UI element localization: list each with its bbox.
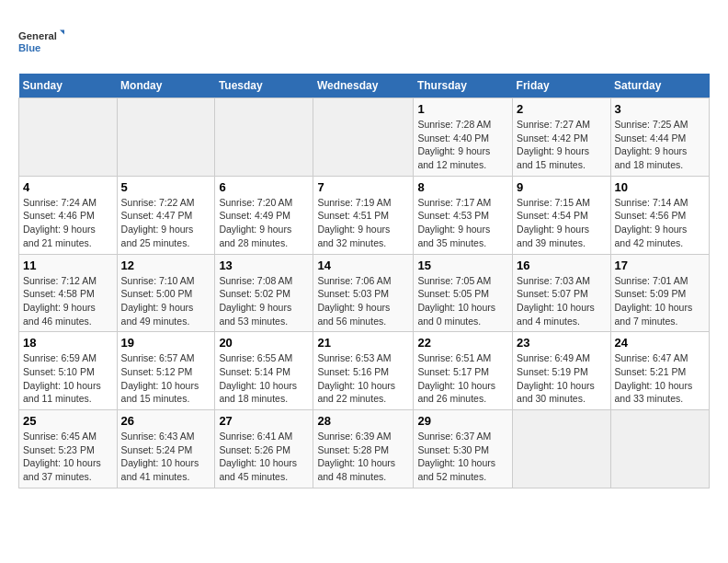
day-info: Sunrise: 7:20 AM Sunset: 4:49 PM Dayligh… xyxy=(219,196,309,250)
day-number: 3 xyxy=(615,102,705,116)
calendar-cell: 4Sunrise: 7:24 AM Sunset: 4:46 PM Daylig… xyxy=(19,176,118,254)
calendar-cell: 9Sunrise: 7:15 AM Sunset: 4:54 PM Daylig… xyxy=(513,176,610,254)
day-info: Sunrise: 6:39 AM Sunset: 5:28 PM Dayligh… xyxy=(317,430,409,484)
calendar-cell: 2Sunrise: 7:27 AM Sunset: 4:42 PM Daylig… xyxy=(513,98,610,177)
day-info: Sunrise: 7:25 AM Sunset: 4:44 PM Dayligh… xyxy=(615,118,705,172)
calendar-cell: 21Sunrise: 6:53 AM Sunset: 5:16 PM Dayli… xyxy=(313,332,414,410)
calendar-cell: 27Sunrise: 6:41 AM Sunset: 5:26 PM Dayli… xyxy=(215,410,313,488)
calendar-header-tuesday: Tuesday xyxy=(215,74,313,98)
day-info: Sunrise: 6:37 AM Sunset: 5:30 PM Dayligh… xyxy=(417,430,508,484)
day-info: Sunrise: 7:15 AM Sunset: 4:54 PM Dayligh… xyxy=(517,196,606,250)
day-info: Sunrise: 7:14 AM Sunset: 4:56 PM Dayligh… xyxy=(615,196,705,250)
day-info: Sunrise: 7:17 AM Sunset: 4:53 PM Dayligh… xyxy=(417,196,508,250)
calendar-cell: 1Sunrise: 7:28 AM Sunset: 4:40 PM Daylig… xyxy=(414,98,513,177)
calendar-week-row: 25Sunrise: 6:45 AM Sunset: 5:23 PM Dayli… xyxy=(19,410,710,488)
calendar-week-row: 11Sunrise: 7:12 AM Sunset: 4:58 PM Dayli… xyxy=(19,254,710,332)
svg-text:General: General xyxy=(18,30,57,41)
calendar-cell: 20Sunrise: 6:55 AM Sunset: 5:14 PM Dayli… xyxy=(215,332,313,410)
day-number: 17 xyxy=(615,259,705,272)
day-info: Sunrise: 6:57 AM Sunset: 5:12 PM Dayligh… xyxy=(121,351,211,406)
calendar-cell xyxy=(19,98,118,177)
calendar-week-row: 4Sunrise: 7:24 AM Sunset: 4:46 PM Daylig… xyxy=(19,176,710,254)
calendar-cell: 8Sunrise: 7:17 AM Sunset: 4:53 PM Daylig… xyxy=(414,176,513,254)
day-number: 18 xyxy=(23,336,113,350)
calendar-cell: 18Sunrise: 6:59 AM Sunset: 5:10 PM Dayli… xyxy=(19,332,118,410)
day-number: 14 xyxy=(317,259,409,272)
day-info: Sunrise: 7:03 AM Sunset: 5:07 PM Dayligh… xyxy=(517,274,606,328)
day-number: 6 xyxy=(219,180,309,194)
calendar-header-wednesday: Wednesday xyxy=(313,74,414,98)
calendar-cell: 13Sunrise: 7:08 AM Sunset: 5:02 PM Dayli… xyxy=(215,254,313,332)
day-number: 15 xyxy=(417,259,508,272)
day-info: Sunrise: 7:19 AM Sunset: 4:51 PM Dayligh… xyxy=(317,196,409,250)
day-number: 25 xyxy=(23,414,113,428)
day-info: Sunrise: 6:51 AM Sunset: 5:17 PM Dayligh… xyxy=(417,351,508,406)
calendar-cell: 28Sunrise: 6:39 AM Sunset: 5:28 PM Dayli… xyxy=(313,410,414,488)
day-number: 10 xyxy=(615,180,705,194)
calendar-cell: 14Sunrise: 7:06 AM Sunset: 5:03 PM Dayli… xyxy=(313,254,414,332)
calendar-cell: 10Sunrise: 7:14 AM Sunset: 4:56 PM Dayli… xyxy=(610,176,709,254)
calendar-cell xyxy=(513,410,610,488)
day-info: Sunrise: 6:53 AM Sunset: 5:16 PM Dayligh… xyxy=(317,351,409,406)
calendar-header-sunday: Sunday xyxy=(19,74,118,98)
calendar-cell xyxy=(610,410,709,488)
day-info: Sunrise: 7:28 AM Sunset: 4:40 PM Dayligh… xyxy=(417,118,508,172)
day-number: 28 xyxy=(317,414,409,428)
calendar-cell: 23Sunrise: 6:49 AM Sunset: 5:19 PM Dayli… xyxy=(513,332,610,410)
day-number: 2 xyxy=(517,102,606,116)
day-number: 20 xyxy=(219,336,309,350)
day-info: Sunrise: 6:55 AM Sunset: 5:14 PM Dayligh… xyxy=(219,351,309,406)
day-number: 7 xyxy=(317,180,409,194)
day-info: Sunrise: 7:12 AM Sunset: 4:58 PM Dayligh… xyxy=(23,274,113,328)
day-info: Sunrise: 6:49 AM Sunset: 5:19 PM Dayligh… xyxy=(517,351,606,406)
calendar-cell: 19Sunrise: 6:57 AM Sunset: 5:12 PM Dayli… xyxy=(117,332,215,410)
day-number: 21 xyxy=(317,336,409,350)
day-number: 4 xyxy=(23,180,113,194)
day-info: Sunrise: 6:47 AM Sunset: 5:21 PM Dayligh… xyxy=(615,351,705,406)
day-number: 29 xyxy=(417,414,508,428)
day-number: 1 xyxy=(417,102,508,116)
calendar-cell: 12Sunrise: 7:10 AM Sunset: 5:00 PM Dayli… xyxy=(117,254,215,332)
svg-text:Blue: Blue xyxy=(18,42,40,53)
day-info: Sunrise: 6:41 AM Sunset: 5:26 PM Dayligh… xyxy=(219,430,309,484)
calendar-cell: 7Sunrise: 7:19 AM Sunset: 4:51 PM Daylig… xyxy=(313,176,414,254)
svg-marker-2 xyxy=(60,30,64,36)
day-info: Sunrise: 7:08 AM Sunset: 5:02 PM Dayligh… xyxy=(219,274,309,328)
day-info: Sunrise: 7:10 AM Sunset: 5:00 PM Dayligh… xyxy=(121,274,211,328)
calendar-week-row: 1Sunrise: 7:28 AM Sunset: 4:40 PM Daylig… xyxy=(19,98,710,177)
day-number: 19 xyxy=(121,336,211,350)
day-number: 11 xyxy=(23,259,113,272)
day-info: Sunrise: 7:06 AM Sunset: 5:03 PM Dayligh… xyxy=(317,274,409,328)
calendar-header-monday: Monday xyxy=(117,74,215,98)
calendar-cell: 15Sunrise: 7:05 AM Sunset: 5:05 PM Dayli… xyxy=(414,254,513,332)
day-info: Sunrise: 7:27 AM Sunset: 4:42 PM Dayligh… xyxy=(517,118,606,172)
calendar-cell xyxy=(313,98,414,177)
calendar-week-row: 18Sunrise: 6:59 AM Sunset: 5:10 PM Dayli… xyxy=(19,332,710,410)
calendar-cell: 3Sunrise: 7:25 AM Sunset: 4:44 PM Daylig… xyxy=(610,98,709,177)
day-number: 9 xyxy=(517,180,606,194)
page-header: General Blue xyxy=(18,18,710,64)
calendar-cell: 22Sunrise: 6:51 AM Sunset: 5:17 PM Dayli… xyxy=(414,332,513,410)
day-info: Sunrise: 6:59 AM Sunset: 5:10 PM Dayligh… xyxy=(23,351,113,406)
calendar-cell: 5Sunrise: 7:22 AM Sunset: 4:47 PM Daylig… xyxy=(117,176,215,254)
day-number: 24 xyxy=(615,336,705,350)
day-info: Sunrise: 6:45 AM Sunset: 5:23 PM Dayligh… xyxy=(23,430,113,484)
day-info: Sunrise: 7:24 AM Sunset: 4:46 PM Dayligh… xyxy=(23,196,113,250)
day-number: 13 xyxy=(219,259,309,272)
logo-svg: General Blue xyxy=(18,18,64,64)
day-number: 12 xyxy=(121,259,211,272)
calendar-cell: 26Sunrise: 6:43 AM Sunset: 5:24 PM Dayli… xyxy=(117,410,215,488)
day-info: Sunrise: 7:22 AM Sunset: 4:47 PM Dayligh… xyxy=(121,196,211,250)
day-number: 23 xyxy=(517,336,606,350)
calendar-cell: 25Sunrise: 6:45 AM Sunset: 5:23 PM Dayli… xyxy=(19,410,118,488)
calendar-cell: 17Sunrise: 7:01 AM Sunset: 5:09 PM Dayli… xyxy=(610,254,709,332)
calendar-header-friday: Friday xyxy=(513,74,610,98)
day-number: 8 xyxy=(417,180,508,194)
day-info: Sunrise: 7:05 AM Sunset: 5:05 PM Dayligh… xyxy=(417,274,508,328)
calendar-cell: 29Sunrise: 6:37 AM Sunset: 5:30 PM Dayli… xyxy=(414,410,513,488)
day-number: 16 xyxy=(517,259,606,272)
day-info: Sunrise: 7:01 AM Sunset: 5:09 PM Dayligh… xyxy=(615,274,705,328)
calendar-header-thursday: Thursday xyxy=(414,74,513,98)
calendar-cell: 11Sunrise: 7:12 AM Sunset: 4:58 PM Dayli… xyxy=(19,254,118,332)
calendar-table: SundayMondayTuesdayWednesdayThursdayFrid… xyxy=(18,74,710,488)
